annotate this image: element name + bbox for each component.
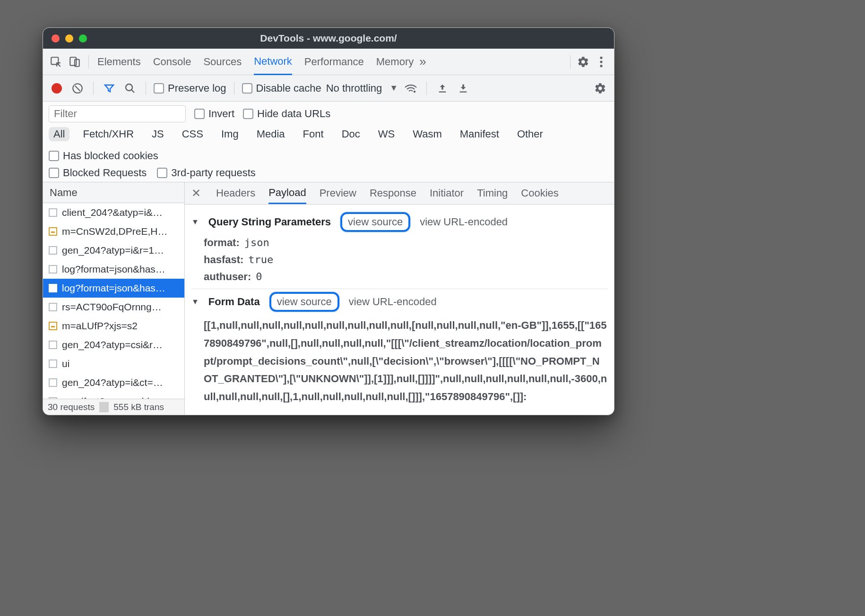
request-row[interactable]: log?format=json&has…: [43, 260, 184, 279]
request-row[interactable]: rs=ACT90oFqOrnng…: [43, 298, 184, 317]
tab-console[interactable]: Console: [153, 49, 191, 75]
blocked-requests-checkbox[interactable]: Blocked Requests: [49, 167, 147, 179]
filter-type-img[interactable]: Img: [216, 127, 243, 141]
document-icon: [49, 265, 57, 274]
form-data-body: [[1,null,null,null,null,null,null,null,n…: [204, 317, 607, 406]
detail-tab-payload[interactable]: Payload: [268, 182, 306, 204]
detail-tab-timing[interactable]: Timing: [477, 182, 508, 204]
request-name: ui: [62, 358, 69, 369]
settings-gear-icon[interactable]: [575, 54, 591, 70]
request-row[interactable]: log?format=json&has…: [43, 279, 184, 298]
detail-tab-response[interactable]: Response: [370, 182, 416, 204]
separator: [99, 402, 109, 412]
request-list-header[interactable]: Name: [43, 182, 184, 203]
script-icon: [49, 227, 57, 236]
status-bar: 30 requests 555 kB trans: [43, 399, 184, 415]
tab-performance[interactable]: Performance: [304, 49, 364, 75]
detail-tab-headers[interactable]: Headers: [216, 182, 255, 204]
filter-type-js[interactable]: JS: [147, 127, 169, 141]
filter-type-doc[interactable]: Doc: [337, 127, 365, 141]
request-row[interactable]: gen_204?atyp=csi&r…: [43, 335, 184, 354]
separator: [93, 82, 94, 95]
request-row[interactable]: ui: [43, 354, 184, 373]
network-settings-gear-icon[interactable]: [592, 80, 608, 96]
script-icon: [49, 322, 57, 330]
request-row[interactable]: client_204?&atyp=i&…: [43, 203, 184, 222]
disable-cache-label: Disable cache: [256, 82, 321, 94]
request-row[interactable]: m=aLUfP?xjs=s2: [43, 317, 184, 335]
filter-type-all[interactable]: All: [49, 127, 69, 141]
param-value: true: [248, 254, 273, 266]
form-view-source-link[interactable]: view source: [269, 292, 339, 312]
tab-sources[interactable]: Sources: [203, 49, 242, 75]
detail-tab-preview[interactable]: Preview: [320, 182, 356, 204]
query-param: authuser:0: [204, 271, 607, 283]
throttling-select[interactable]: No throttling ▼: [326, 82, 398, 94]
filter-input[interactable]: [49, 105, 186, 122]
svg-point-5: [600, 65, 602, 67]
filter-type-wasm[interactable]: Wasm: [408, 127, 447, 141]
disclosure-triangle-icon[interactable]: ▼: [191, 218, 199, 226]
param-value: json: [244, 237, 269, 249]
filter-type-manifest[interactable]: Manifest: [455, 127, 504, 141]
invert-checkbox[interactable]: Invert: [194, 108, 234, 120]
upload-har-icon[interactable]: [434, 80, 450, 96]
hide-data-urls-checkbox[interactable]: Hide data URLs: [243, 108, 330, 120]
request-row[interactable]: gen_204?atyp=i&r=1…: [43, 241, 184, 260]
filter-type-media[interactable]: Media: [252, 127, 290, 141]
form-data-title: Form Data: [208, 296, 260, 308]
disclosure-triangle-icon[interactable]: ▼: [191, 298, 199, 306]
more-tabs-chevron-icon[interactable]: »: [416, 54, 429, 69]
tab-elements[interactable]: Elements: [97, 49, 141, 75]
param-key: format:: [204, 237, 240, 249]
filter-type-ws[interactable]: WS: [373, 127, 399, 141]
separator: [234, 82, 234, 95]
kebab-menu-icon[interactable]: [593, 54, 609, 70]
invert-label: Invert: [208, 108, 234, 120]
svg-point-4: [600, 60, 602, 63]
filter-icon[interactable]: [101, 80, 117, 96]
form-data-section: ▼ Form Data view source view URL-encoded…: [191, 289, 607, 411]
network-conditions-icon[interactable]: [403, 80, 419, 96]
close-icon[interactable]: ✕: [191, 187, 203, 200]
request-name: m=CnSW2d,DPreE,H…: [62, 226, 167, 237]
tab-memory[interactable]: Memory: [376, 49, 414, 75]
svg-point-7: [126, 84, 132, 91]
qsp-title: Query String Parameters: [208, 216, 331, 228]
preserve-log-checkbox[interactable]: Preserve log: [154, 82, 226, 94]
filter-bar: Invert Hide data URLs AllFetch/XHRJSCSSI…: [43, 102, 614, 182]
disable-cache-checkbox[interactable]: Disable cache: [242, 82, 321, 94]
query-param: format:json: [204, 237, 607, 249]
clear-icon[interactable]: [69, 80, 86, 96]
filter-type-fetch-xhr[interactable]: Fetch/XHR: [78, 127, 138, 141]
device-toolbar-icon[interactable]: [67, 54, 83, 70]
qsp-view-url-encoded-link[interactable]: view URL-encoded: [420, 216, 508, 228]
record-button[interactable]: [49, 80, 65, 96]
request-name: rs=ACT90oFqOrnng…: [62, 301, 162, 313]
main-toolbar: ElementsConsoleSourcesNetworkPerformance…: [43, 49, 614, 75]
query-string-section: ▼ Query String Parameters view source vi…: [191, 209, 607, 289]
download-har-icon[interactable]: [455, 80, 471, 96]
has-blocked-cookies-checkbox[interactable]: Has blocked cookies: [49, 150, 158, 162]
blocked-requests-label: Blocked Requests: [63, 167, 147, 179]
tab-network[interactable]: Network: [254, 49, 292, 75]
detail-tab-initiator[interactable]: Initiator: [430, 182, 464, 204]
document-icon: [49, 303, 57, 311]
filter-type-css[interactable]: CSS: [177, 127, 208, 141]
filter-type-font[interactable]: Font: [298, 127, 329, 141]
form-view-url-encoded-link[interactable]: view URL-encoded: [349, 296, 437, 308]
separator: [146, 82, 146, 95]
request-name: m=aLUfP?xjs=s2: [62, 320, 138, 332]
status-request-count: 30 requests: [43, 402, 99, 412]
separator: [426, 82, 427, 95]
qsp-view-source-link[interactable]: view source: [340, 212, 410, 232]
third-party-label: 3rd-party requests: [171, 167, 256, 179]
request-row[interactable]: m=CnSW2d,DPreE,H…: [43, 222, 184, 241]
search-icon[interactable]: [122, 80, 138, 96]
request-row[interactable]: gen_204?atyp=i&ct=…: [43, 373, 184, 392]
detail-tab-cookies[interactable]: Cookies: [521, 182, 558, 204]
request-row[interactable]: manifest?pwa=webhp: [43, 392, 184, 399]
filter-type-other[interactable]: Other: [512, 127, 548, 141]
third-party-checkbox[interactable]: 3rd-party requests: [157, 167, 256, 179]
inspect-element-icon[interactable]: [48, 54, 64, 70]
